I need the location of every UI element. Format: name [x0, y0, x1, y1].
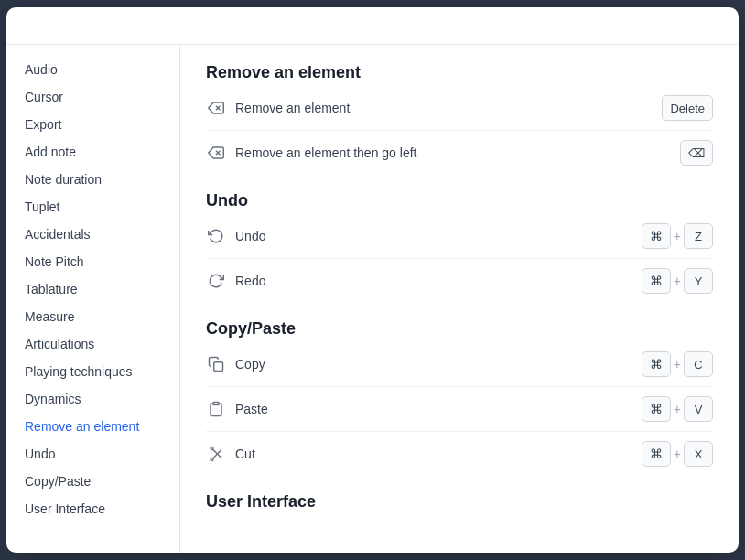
key-plus: +	[674, 229, 681, 243]
shortcut-label: Redo	[235, 274, 642, 288]
key-cmd: ⌘	[642, 441, 671, 467]
key-letter: V	[684, 396, 713, 422]
section-title: Copy/Paste	[206, 319, 713, 339]
section-remove-an-element: Remove an element Remove an elementDelet…	[206, 63, 713, 175]
undo-icon	[206, 226, 226, 246]
shortcut-row: Cut⌘+X	[206, 432, 713, 476]
shortcut-row: Undo⌘+Z	[206, 214, 713, 259]
shortcut-keys: ⌘+V	[642, 396, 713, 422]
svg-rect-5	[213, 403, 219, 405]
shortcut-row: Copy⌘+C	[206, 342, 713, 387]
sidebar-item-playing-techniques[interactable]: Playing techniques	[6, 358, 179, 385]
shortcut-row: Redo⌘+Y	[206, 259, 713, 303]
copy-icon	[206, 354, 226, 374]
section-user-interface: User Interface	[206, 492, 713, 512]
key-badge: ⌫	[680, 140, 713, 166]
section-title: Remove an element	[206, 63, 713, 82]
shortcut-label: Undo	[235, 229, 642, 243]
shortcut-keys: ⌘+X	[642, 441, 713, 467]
sidebar-item-undo[interactable]: Undo	[6, 440, 179, 468]
key-cmd: ⌘	[642, 396, 671, 422]
sidebar-item-copy-paste[interactable]: Copy/Paste	[6, 468, 179, 495]
key-letter: Y	[684, 268, 713, 294]
svg-rect-4	[214, 362, 223, 372]
shortcut-label: Remove an element	[235, 101, 662, 115]
shortcut-keys: ⌘+Z	[642, 223, 713, 249]
content-area: Remove an element Remove an elementDelet…	[180, 45, 739, 553]
sidebar-item-articulations[interactable]: Articulations	[6, 330, 179, 358]
section-copy-paste: Copy/Paste Copy⌘+C Paste⌘+V Cut⌘+X	[206, 319, 713, 476]
sidebar-item-export[interactable]: Export	[6, 111, 179, 138]
sidebar-item-cursor[interactable]: Cursor	[6, 83, 179, 111]
shortcut-label: Cut	[235, 447, 642, 461]
sidebar-item-measure[interactable]: Measure	[6, 303, 179, 330]
shortcut-label: Paste	[235, 402, 642, 416]
sidebar-item-user-interface[interactable]: User Interface	[6, 495, 179, 522]
section-title: User Interface	[206, 492, 713, 512]
shortcut-row: Paste⌘+V	[206, 387, 713, 432]
keyboard-shortcuts-modal: AudioCursorExportAdd noteNote durationTu…	[6, 7, 739, 553]
key-cmd: ⌘	[642, 223, 671, 249]
key-letter: X	[684, 441, 713, 467]
backspace-icon	[206, 143, 226, 163]
sidebar-item-accidentals[interactable]: Accidentals	[6, 221, 179, 248]
paste-icon	[206, 399, 226, 419]
sidebar-item-tablature[interactable]: Tablature	[6, 275, 179, 303]
cut-icon	[206, 444, 226, 464]
sidebar-item-dynamics[interactable]: Dynamics	[6, 385, 179, 413]
sidebar-item-add-note[interactable]: Add note	[6, 138, 179, 166]
shortcut-keys: ⌫	[680, 140, 713, 166]
shortcut-keys: ⌘+Y	[642, 268, 713, 294]
key-cmd: ⌘	[642, 351, 671, 377]
modal-body: AudioCursorExportAdd noteNote durationTu…	[6, 45, 739, 553]
sidebar-item-tuplet[interactable]: Tuplet	[6, 193, 179, 221]
shortcut-label: Remove an element then go left	[235, 145, 680, 160]
svg-point-7	[211, 447, 213, 450]
shortcut-row: Remove an elementDelete	[206, 86, 713, 131]
key-plus: +	[674, 274, 681, 288]
modal-header	[6, 7, 739, 45]
svg-point-6	[211, 458, 213, 461]
shortcut-row: Remove an element then go left⌫	[206, 131, 713, 175]
sidebar-item-note-pitch[interactable]: Note Pitch	[6, 248, 179, 275]
key-plus: +	[674, 357, 681, 372]
key-letter: Z	[684, 223, 713, 249]
key-badge: Delete	[662, 95, 713, 121]
key-plus: +	[674, 447, 681, 461]
section-undo: Undo Undo⌘+Z Redo⌘+Y	[206, 191, 713, 303]
key-letter: C	[684, 351, 713, 377]
section-title: Undo	[206, 191, 713, 210]
redo-icon	[206, 271, 226, 291]
sidebar: AudioCursorExportAdd noteNote durationTu…	[6, 45, 180, 553]
sidebar-item-remove-an-element[interactable]: Remove an element	[6, 413, 179, 440]
shortcut-keys: ⌘+C	[642, 351, 713, 377]
sidebar-item-note-duration[interactable]: Note duration	[6, 166, 179, 193]
shortcut-keys: Delete	[662, 95, 713, 121]
sidebar-item-audio[interactable]: Audio	[6, 56, 179, 83]
key-cmd: ⌘	[642, 268, 671, 294]
shortcut-label: Copy	[235, 357, 642, 372]
key-plus: +	[674, 402, 681, 416]
backspace-icon	[206, 98, 226, 118]
